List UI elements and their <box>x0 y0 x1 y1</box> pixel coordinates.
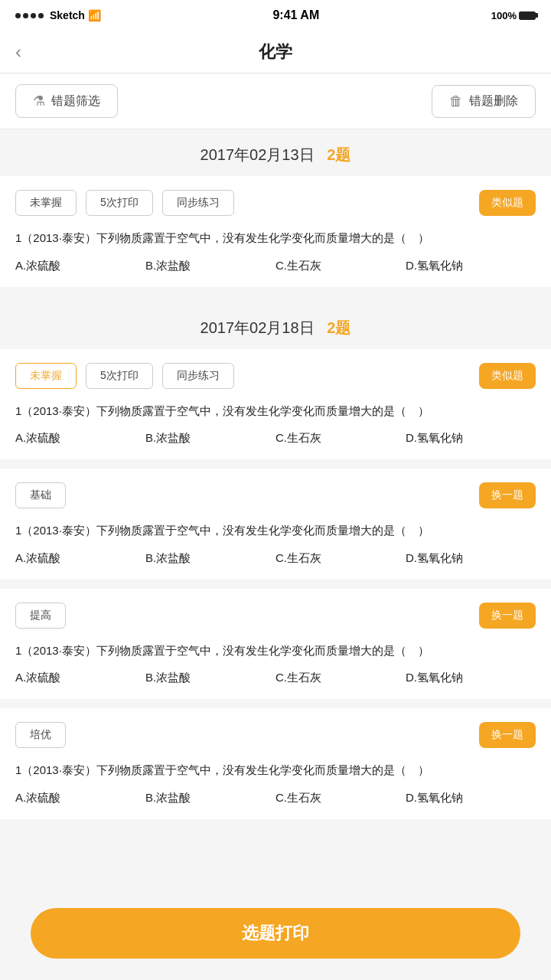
not-mastered-btn-1-1[interactable]: 未掌握 <box>15 190 77 216</box>
options-row-2-1: A.浓硫酸 B.浓盐酸 C.生石灰 D.氢氧化钠 <box>15 431 536 446</box>
action-row-2-1: 未掌握 5次打印 同步练习 类似题 <box>15 363 536 389</box>
sub-option-d-advanced: D.氢氧化钠 <box>406 791 536 805</box>
sub-option-b-basic: B.浓盐酸 <box>145 551 276 566</box>
section-divider-1 <box>0 296 551 302</box>
question-text-2-1: 1（2013·泰安）下列物质露置于空气中，没有发生化学变化而质量增大的是（ ） <box>15 401 536 421</box>
sub-question-text-basic: 1（2013·泰安）下列物质露置于空气中，没有发生化学变化而质量增大的是（ ） <box>15 521 536 541</box>
count-badge-1: 2题 <box>327 146 350 163</box>
page-title: 化学 <box>259 41 292 64</box>
signal-dots <box>15 13 44 18</box>
option-a-2-1: A.浓硫酸 <box>15 431 145 446</box>
similar-btn-1-1[interactable]: 类似题 <box>479 190 536 216</box>
date-header-2: 2017年02月18日 2题 <box>0 302 551 349</box>
filter-label: 错题筛选 <box>51 93 100 109</box>
sub-option-a-basic: A.浓硫酸 <box>15 551 145 566</box>
similar-btn-2-1[interactable]: 类似题 <box>479 363 536 389</box>
sub-question-text-advanced: 1（2013·泰安）下列物质露置于空气中，没有发生化学变化而质量增大的是（ ） <box>15 760 536 780</box>
sub-option-c-improve: C.生石灰 <box>276 671 406 685</box>
action-row-1-1: 未掌握 5次打印 同步练习 类似题 <box>15 190 536 216</box>
sub-option-a-improve: A.浓硫酸 <box>15 671 145 685</box>
options-row-1-1: A.浓硫酸 B.浓盐酸 C.生石灰 D.氢氧化钠 <box>15 259 536 273</box>
sub-options-row-basic: A.浓硫酸 B.浓盐酸 C.生石灰 D.氢氧化钠 <box>15 551 536 566</box>
not-mastered-btn-2-1[interactable]: 未掌握 <box>15 363 77 389</box>
sub-question-card-basic: 基础 换一题 1（2013·泰安）下列物质露置于空气中，没有发生化学变化而质量增… <box>0 469 551 580</box>
sub-option-c-advanced: C.生石灰 <box>276 791 406 805</box>
count-badge-2: 2题 <box>327 319 350 336</box>
sub-option-d-basic: D.氢氧化钠 <box>406 551 536 566</box>
sub-option-d-improve: D.氢氧化钠 <box>406 671 536 685</box>
question-card-1-1: 未掌握 5次打印 同步练习 类似题 1（2013·泰安）下列物质露置于空气中，没… <box>0 176 551 287</box>
sync-btn-1-1[interactable]: 同步练习 <box>162 190 234 216</box>
toolbar: ⚗ 错题筛选 🗑 错题删除 <box>0 74 551 129</box>
bottom-bar: 选题打印 <box>0 896 551 980</box>
swap-btn-improve[interactable]: 换一题 <box>479 603 536 629</box>
sub-question-card-improve: 提高 换一题 1（2013·泰安）下列物质露置于空气中，没有发生化学变化而质量增… <box>0 589 551 700</box>
sub-options-row-improve: A.浓硫酸 B.浓盐酸 C.生石灰 D.氢氧化钠 <box>15 671 536 685</box>
option-a-1-1: A.浓硫酸 <box>15 259 145 273</box>
status-bar: Sketch 📶 9:41 AM 100% <box>0 0 551 31</box>
option-d-1-1: D.氢氧化钠 <box>406 259 536 273</box>
swap-btn-advanced[interactable]: 换一题 <box>479 722 536 748</box>
sub-option-b-advanced: B.浓盐酸 <box>145 791 276 805</box>
sub-question-card-advanced: 培优 换一题 1（2013·泰安）下列物质露置于空气中，没有发生化学变化而质量增… <box>0 708 551 819</box>
sub-question-text-improve: 1（2013·泰安）下列物质露置于空气中，没有发生化学变化而质量增大的是（ ） <box>15 641 536 661</box>
content-area: 2017年02月13日 2题 未掌握 5次打印 同步练习 类似题 1（2013·… <box>0 129 551 920</box>
app-name-label: Sketch <box>50 9 85 21</box>
date-header-1: 2017年02月13日 2题 <box>0 129 551 176</box>
sub-option-a-advanced: A.浓硫酸 <box>15 791 145 805</box>
battery-indicator: 100% <box>491 10 536 21</box>
filter-button[interactable]: ⚗ 错题筛选 <box>15 84 118 118</box>
delete-button[interactable]: 🗑 错题删除 <box>432 85 536 118</box>
print-btn-2-1[interactable]: 5次打印 <box>86 363 153 389</box>
status-battery: 100% <box>491 10 536 21</box>
trash-icon: 🗑 <box>449 93 463 109</box>
sub-action-row-basic: 基础 换一题 <box>15 482 536 508</box>
delete-label: 错题删除 <box>469 93 518 109</box>
status-time: 9:41 AM <box>272 8 319 22</box>
option-c-1-1: C.生石灰 <box>276 259 406 273</box>
print-btn-1-1[interactable]: 5次打印 <box>86 190 153 216</box>
back-button[interactable]: ‹ <box>15 41 21 63</box>
filter-icon: ⚗ <box>33 93 45 109</box>
date-text-1: 2017年02月13日 <box>201 146 315 163</box>
sub-action-row-advanced: 培优 换一题 <box>15 722 536 748</box>
sub-option-c-basic: C.生石灰 <box>276 551 406 566</box>
option-b-2-1: B.浓盐酸 <box>145 431 276 446</box>
sub-label-improve[interactable]: 提高 <box>15 603 66 629</box>
option-d-2-1: D.氢氧化钠 <box>406 431 536 446</box>
option-b-1-1: B.浓盐酸 <box>145 259 276 273</box>
question-card-2-1: 未掌握 5次打印 同步练习 类似题 1（2013·泰安）下列物质露置于空气中，没… <box>0 349 551 460</box>
sub-options-row-advanced: A.浓硫酸 B.浓盐酸 C.生石灰 D.氢氧化钠 <box>15 791 536 805</box>
sync-btn-2-1[interactable]: 同步练习 <box>162 363 234 389</box>
option-c-2-1: C.生石灰 <box>276 431 406 446</box>
sub-label-advanced[interactable]: 培优 <box>15 722 66 748</box>
sub-label-basic[interactable]: 基础 <box>15 482 66 508</box>
sub-option-b-improve: B.浓盐酸 <box>145 671 276 685</box>
nav-bar: ‹ 化学 <box>0 31 551 74</box>
status-left: Sketch 📶 <box>15 9 101 21</box>
wifi-icon: 📶 <box>88 9 101 21</box>
swap-btn-basic[interactable]: 换一题 <box>479 482 536 508</box>
question-text-1-1: 1（2013·泰安）下列物质露置于空气中，没有发生化学变化而质量增大的是（ ） <box>15 228 536 248</box>
date-text-2: 2017年02月18日 <box>201 319 315 336</box>
sub-action-row-improve: 提高 换一题 <box>15 603 536 629</box>
print-button[interactable]: 选题打印 <box>31 908 520 959</box>
